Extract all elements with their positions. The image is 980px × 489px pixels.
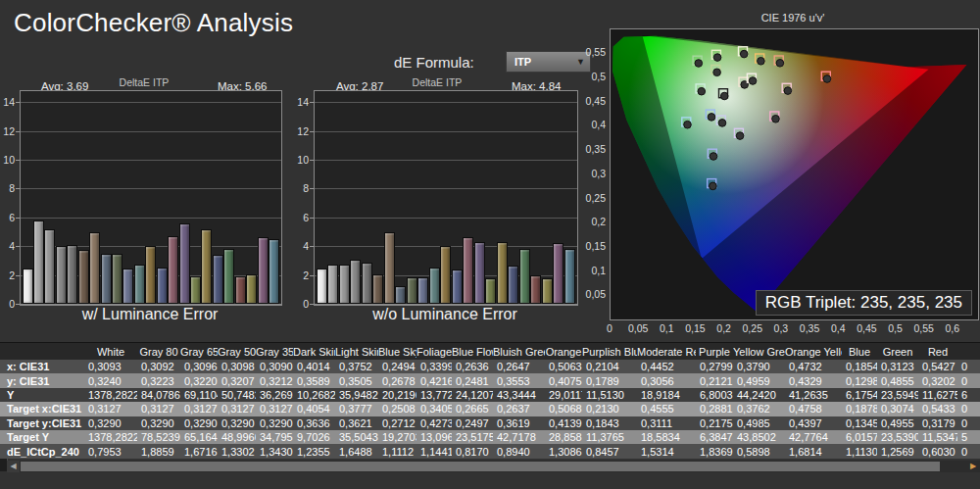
gridline — [315, 102, 577, 103]
de-bar — [258, 237, 269, 304]
clipped-cell: 0 — [957, 373, 980, 387]
table-cell: 0,3290 — [218, 416, 256, 430]
cie-x-tick-label: 0,5 — [888, 322, 903, 334]
table-cell: 0,3777 — [335, 402, 378, 416]
column-header: Gray 35 — [256, 343, 293, 360]
table-cell: 35,9482 — [335, 388, 378, 402]
table-row: x: CIE310,30930,30920,30960,30980,30900,… — [0, 360, 980, 373]
table-cell: 0,2678 — [378, 373, 416, 387]
clipped-cell: 0 — [957, 416, 980, 430]
y-tick-label: 4 — [0, 240, 15, 252]
cie-y-tick-label: 0,3 — [580, 168, 606, 179]
y-tick-mark — [310, 246, 314, 247]
table-cell: 1,8859 — [137, 444, 180, 458]
table-cell: 29,0117 — [545, 388, 582, 402]
table-cell: 69,1104 — [180, 388, 218, 402]
table-cell: 0,2494 — [378, 360, 416, 373]
table-cell: 0,1854 — [842, 360, 877, 373]
table-cell: 11,5130 — [582, 388, 637, 402]
de-bar — [452, 269, 463, 304]
column-header: Blue — [842, 343, 877, 360]
table-cell: 0,2881 — [696, 402, 733, 416]
table-cell: 0,3179 — [918, 416, 957, 430]
table-cell: 65,1648 — [180, 430, 218, 444]
y-tick-label: 0 — [0, 298, 15, 310]
table-cell: 1,8369 — [696, 444, 733, 458]
table-cell: 1,1130 — [842, 444, 877, 458]
de-bar — [519, 249, 530, 304]
table-cell: 44,2420 — [733, 388, 785, 402]
cie-measured-point — [713, 54, 721, 62]
table-cell: 1,1112 — [378, 444, 416, 458]
de-bar — [417, 277, 428, 304]
de-bar — [269, 239, 279, 304]
y-tick-label: 8 — [293, 182, 309, 194]
gridline — [315, 160, 577, 161]
table-body: x: CIE310,30930,30920,30960,30980,30900,… — [0, 360, 980, 459]
de-bar — [339, 265, 350, 304]
scrollbar-thumb[interactable] — [21, 462, 940, 471]
page-title: ColorChecker® Analysis — [14, 8, 293, 38]
chevron-down-icon: ▼ — [576, 57, 590, 67]
cie-measured-point — [718, 120, 726, 127]
table-cell: 1,3086 — [545, 444, 582, 458]
table-cell: 0,8940 — [493, 444, 545, 458]
table-cell: 0,3127 — [256, 402, 293, 416]
de-bar — [78, 250, 89, 304]
gridline — [315, 131, 577, 132]
table-cell: 0,4855 — [877, 373, 918, 387]
table-horizontal-scrollbar[interactable]: ◀ ▶ — [7, 461, 980, 472]
x-axis-line — [21, 304, 281, 305]
y-tick-mark — [16, 131, 20, 132]
column-header: Gray 80 — [137, 343, 180, 360]
de-bar — [553, 243, 564, 304]
table-cell: 6,1754 — [842, 388, 877, 402]
cie-measured-point — [749, 77, 757, 85]
table-cell: 0,3589 — [293, 373, 335, 387]
y-tick-label: 2 — [0, 269, 15, 281]
table-cell: 0,2636 — [452, 360, 493, 373]
column-header: Purplish Blue — [582, 343, 637, 360]
cie-x-tick-label: 0,6 — [945, 322, 959, 334]
cie-y-tick-label: 0,25 — [580, 192, 606, 204]
table-cell: 0,2508 — [378, 402, 416, 416]
clipped-cell: 0 — [957, 360, 980, 373]
cie-x-tick-label: 0,3 — [774, 322, 789, 334]
table-cell: 35,5043 — [335, 430, 378, 444]
cie-diagram-title: CIE 1976 u'v' — [761, 12, 825, 24]
table-cell: 11,6275 — [918, 388, 957, 402]
table-cell: 13,0968 — [416, 430, 452, 444]
table-cell: 43,8502 — [733, 430, 785, 444]
table-cell: 6,0157 — [842, 430, 877, 444]
de-bar — [213, 255, 223, 304]
table-cell: 0,3092 — [137, 360, 180, 373]
y-tick-mark — [16, 304, 20, 305]
de-bar — [89, 232, 100, 304]
scroll-right-arrow-icon[interactable]: ▶ — [967, 461, 979, 472]
table-cell: 0,3207 — [218, 373, 256, 387]
table-cell: 0,4329 — [785, 373, 842, 387]
table-cell: 0,4054 — [293, 402, 335, 416]
y-tick-label: 12 — [0, 125, 15, 137]
table-cell: 50,7482 — [218, 388, 256, 402]
cie-x-tick-label: 0,25 — [743, 322, 762, 334]
table-cell: 23,5949 — [877, 388, 918, 402]
table-cell: 20,2196 — [378, 388, 416, 402]
table-cell: 0,3553 — [493, 373, 545, 387]
table-cell: 0,3127 — [218, 402, 256, 416]
de-formula-selected-value: ITP — [507, 56, 576, 68]
de-formula-dropdown[interactable]: ITP ▼ — [506, 51, 591, 73]
column-header: Purple — [696, 343, 733, 360]
scroll-left-arrow-icon[interactable]: ◀ — [7, 461, 20, 472]
table-cell: 0,3127 — [137, 402, 180, 416]
de-bar — [508, 266, 518, 304]
bar-chart-without-luminance — [314, 90, 578, 306]
cie-x-tick-label: 0,05 — [628, 322, 648, 334]
de-bar — [317, 269, 327, 304]
table-cell: 42,7764 — [785, 430, 842, 444]
de-bar — [223, 249, 234, 304]
de-bar — [201, 229, 212, 304]
cie-measured-point — [698, 87, 706, 95]
de-bar — [134, 265, 145, 304]
table-cell: 0,5068 — [545, 402, 582, 416]
